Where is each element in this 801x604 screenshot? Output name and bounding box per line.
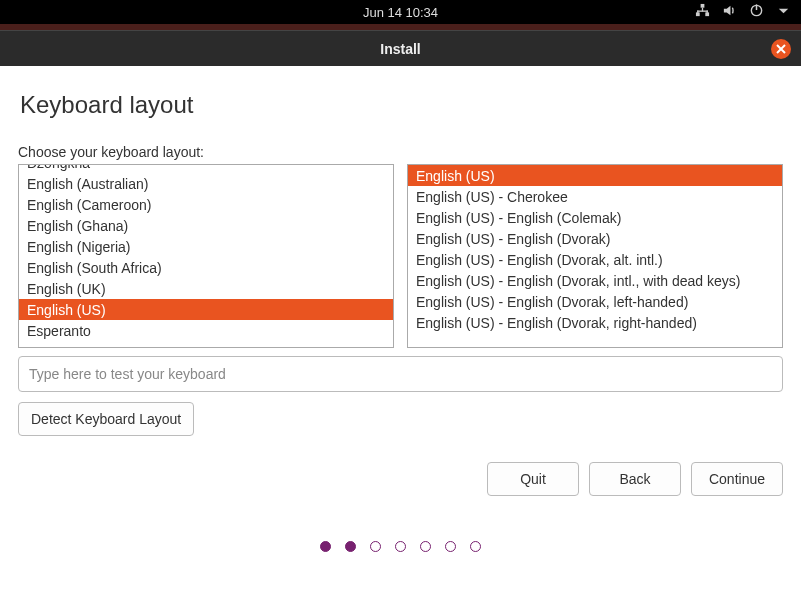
list-item[interactable]: English (US) — [408, 165, 782, 186]
progress-dot — [420, 541, 431, 552]
list-item[interactable]: Esperanto — [19, 320, 393, 341]
list-item[interactable]: English (US) - English (Colemak) — [408, 207, 782, 228]
progress-dot — [345, 541, 356, 552]
list-item[interactable]: English (South Africa) — [19, 257, 393, 278]
svg-rect-5 — [697, 11, 698, 14]
topbar-indicators — [695, 3, 791, 21]
keyboard-test-input[interactable] — [18, 356, 783, 392]
progress-dot — [370, 541, 381, 552]
list-item[interactable]: English (US) - English (Dvorak, intl., w… — [408, 270, 782, 291]
list-item[interactable]: English (US) - English (Dvorak, alt. int… — [408, 249, 782, 270]
list-item[interactable]: English (US) — [19, 299, 393, 320]
list-item[interactable]: English (UK) — [19, 278, 393, 299]
svg-rect-8 — [756, 4, 758, 10]
network-icon[interactable] — [695, 3, 710, 21]
svg-rect-6 — [707, 11, 708, 14]
list-item[interactable]: English (Cameroon) — [19, 194, 393, 215]
progress-dot — [470, 541, 481, 552]
dropdown-icon[interactable] — [776, 3, 791, 21]
close-button[interactable] — [771, 39, 791, 59]
volume-icon[interactable] — [722, 3, 737, 21]
page-title: Keyboard layout — [20, 91, 781, 119]
layout-panes: DzongkhaEnglish (Australian)English (Cam… — [18, 164, 783, 348]
topbar-datetime: Jun 14 10:34 — [363, 5, 438, 20]
list-item[interactable]: English (US) - English (Dvorak, right-ha… — [408, 312, 782, 333]
list-item[interactable]: English (US) - Cherokee — [408, 186, 782, 207]
choose-layout-label: Choose your keyboard layout: — [18, 144, 783, 160]
window-title: Install — [380, 41, 420, 57]
window-titlebar: Install — [0, 30, 801, 66]
system-topbar: Jun 14 10:34 — [0, 0, 801, 24]
navigation-buttons: Quit Back Continue — [18, 462, 783, 496]
page-header: Keyboard layout — [0, 66, 801, 124]
svg-rect-4 — [697, 11, 708, 12]
progress-dot — [445, 541, 456, 552]
quit-button[interactable]: Quit — [487, 462, 579, 496]
list-item[interactable]: English (Ghana) — [19, 215, 393, 236]
content-area: Choose your keyboard layout: DzongkhaEng… — [0, 144, 801, 552]
list-item[interactable]: English (Nigeria) — [19, 236, 393, 257]
power-icon[interactable] — [749, 3, 764, 21]
list-item[interactable]: English (US) - English (Dvorak) — [408, 228, 782, 249]
list-item[interactable]: Dzongkha — [19, 164, 393, 173]
list-item[interactable]: English (US) - English (Dvorak, left-han… — [408, 291, 782, 312]
layout-list-left[interactable]: DzongkhaEnglish (Australian)English (Cam… — [18, 164, 394, 348]
back-button[interactable]: Back — [589, 462, 681, 496]
svg-rect-0 — [701, 4, 705, 8]
progress-dot — [395, 541, 406, 552]
progress-dot — [320, 541, 331, 552]
list-item[interactable]: English (Australian) — [19, 173, 393, 194]
layout-list-right[interactable]: English (US)English (US) - CherokeeEngli… — [407, 164, 783, 348]
detect-keyboard-button[interactable]: Detect Keyboard Layout — [18, 402, 194, 436]
progress-dots — [18, 541, 783, 552]
continue-button[interactable]: Continue — [691, 462, 783, 496]
